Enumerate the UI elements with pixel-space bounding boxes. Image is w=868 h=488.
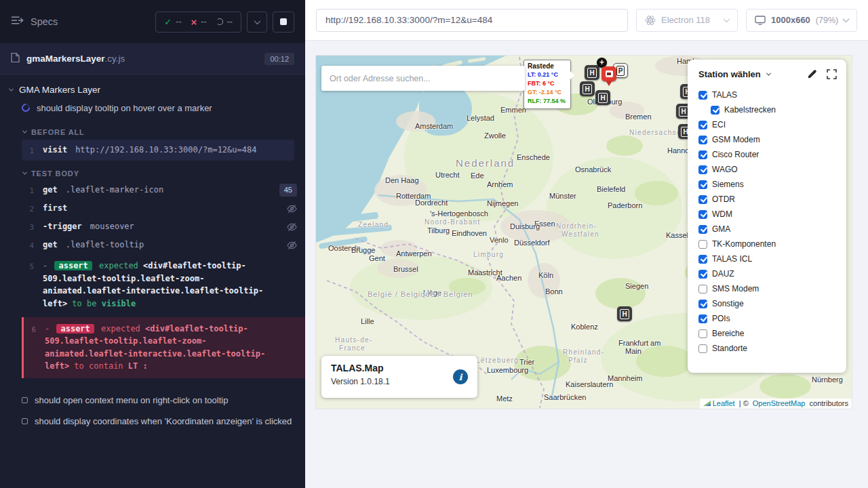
- test-body-section[interactable]: TEST BODY: [23, 169, 305, 178]
- info-icon[interactable]: i: [453, 369, 468, 384]
- command-args: .leaflet-marker-icon: [66, 185, 164, 195]
- stop-icon: [280, 18, 287, 25]
- filter-label: Standorte: [712, 344, 747, 353]
- osm-link[interactable]: OpenStreetMap: [753, 399, 806, 407]
- collapse-tests-button[interactable]: [247, 12, 267, 33]
- station-filter-item[interactable]: Cisco Router: [698, 147, 837, 162]
- assert-value: visible: [102, 299, 136, 308]
- viewport-select[interactable]: 1000x660 (79%): [746, 9, 857, 32]
- map-place-label: Nürnberg: [812, 375, 843, 384]
- station-marker[interactable]: H: [595, 90, 610, 105]
- checkbox-checked[interactable]: [698, 180, 707, 189]
- leaflet-link[interactable]: Leaflet: [713, 399, 735, 407]
- suite-gma-markers-layer[interactable]: GMA Markers Layer: [0, 79, 305, 98]
- station-filter-item[interactable]: OTDR: [698, 192, 837, 207]
- checkbox-unchecked[interactable]: [698, 285, 707, 293]
- specs-label[interactable]: Specs: [31, 16, 58, 27]
- station-filter-item[interactable]: WAGO: [698, 162, 837, 177]
- version-card: TALAS.Map Version 1.0.18.1 i: [321, 356, 477, 398]
- pending-test[interactable]: should display coordinates when 'Koordin…: [0, 411, 305, 432]
- browser-select[interactable]: Electron 118: [636, 9, 738, 32]
- assert-connector: to contain: [69, 361, 128, 371]
- checkbox-checked[interactable]: [698, 255, 707, 264]
- checkbox-checked[interactable]: [698, 136, 707, 144]
- pending-test[interactable]: should open context menu on right-click …: [0, 390, 305, 411]
- map-place-label: 's-Hertogenbosch: [430, 209, 488, 218]
- command-get[interactable]: 1get.leaflet-marker-icon45: [22, 181, 305, 199]
- map-place-label: Utrecht: [435, 171, 459, 179]
- chevron-down-icon: [766, 71, 771, 76]
- station-filter-item[interactable]: TK-Komponenten: [698, 237, 837, 251]
- command-get[interactable]: 4get.leaflet-tooltip: [22, 236, 305, 254]
- station-filter-item[interactable]: GMA: [698, 222, 837, 237]
- map-place-label: Brugge: [351, 246, 375, 254]
- checkbox-checked[interactable]: [698, 300, 707, 308]
- map-place-label: België / Belgique / Belgien: [368, 290, 473, 298]
- station-filter-item[interactable]: SMS Modem: [698, 281, 837, 296]
- test-active[interactable]: should display tooltip on hover over a m…: [0, 98, 305, 119]
- monitor-icon: [755, 16, 766, 25]
- before-all-commands: 1visithttp://192.168.10.33:3000/?m=12&u=…: [0, 140, 305, 161]
- checkbox-checked[interactable]: [698, 165, 707, 174]
- station-filter-item[interactable]: TALAS: [698, 87, 837, 102]
- station-select-dropdown[interactable]: Station wählen: [698, 69, 761, 79]
- checkbox-unchecked[interactable]: [698, 240, 707, 249]
- leaflet-map[interactable]: HamburgGroningenLeeuwardenOldenburgEmmen…: [316, 56, 852, 409]
- checkbox-checked[interactable]: [698, 195, 707, 204]
- command-assert[interactable]: 6- assert expected <div#leaflet-tooltip-…: [22, 317, 305, 378]
- map-place-label: Bielefeld: [597, 185, 625, 193]
- station-tooltip: Rastede LT: 0.21 °CFBT: 6 °CGT: -2.14 °C…: [524, 60, 571, 109]
- search-input[interactable]: [330, 74, 517, 83]
- checkbox-unchecked[interactable]: [698, 344, 707, 353]
- station-filter-item[interactable]: Sonstige: [698, 296, 837, 311]
- command-trigger[interactable]: 3-triggermouseover: [22, 218, 305, 236]
- filter-label: Siemens: [712, 180, 744, 189]
- map-place-label: Lëtzebuerg: [476, 357, 519, 364]
- checkbox-unchecked[interactable]: [698, 329, 707, 338]
- checkbox-checked[interactable]: [698, 91, 707, 100]
- station-marker[interactable]: H: [617, 306, 632, 321]
- command-log: GMA Markers Layer should display tooltip…: [0, 75, 305, 488]
- command-first[interactable]: 2first: [22, 199, 305, 218]
- checkbox-checked[interactable]: [698, 225, 707, 234]
- map-search[interactable]: [321, 66, 525, 91]
- map-place-label: Tilburg: [427, 226, 450, 235]
- station-marker[interactable]: H: [585, 65, 599, 80]
- station-filter-item[interactable]: TALAS ICL: [698, 251, 837, 266]
- station-filter-item[interactable]: GSM Modem: [698, 132, 837, 147]
- selected-station-marker[interactable]: [601, 66, 616, 81]
- station-marker[interactable]: H: [580, 81, 595, 96]
- station-filter-item[interactable]: ECI: [698, 117, 837, 132]
- filter-label: Sonstige: [712, 299, 744, 308]
- station-filter-item[interactable]: DAUZ: [698, 266, 837, 281]
- checkbox-checked[interactable]: [698, 150, 707, 159]
- command-assert[interactable]: 5- assert expected <div#leaflet-tooltip-…: [22, 257, 305, 312]
- checkbox-checked[interactable]: [698, 314, 707, 323]
- spec-name[interactable]: gmaMarkersLayer.cy.js: [26, 54, 125, 64]
- before-all-section[interactable]: BEFORE ALL: [23, 128, 305, 136]
- checkbox-checked[interactable]: [698, 270, 707, 279]
- stat-failed: ×--: [191, 17, 207, 27]
- filter-label: TALAS ICL: [712, 254, 752, 264]
- checkbox-checked[interactable]: [698, 121, 707, 129]
- station-filter-item[interactable]: WDM: [698, 207, 837, 222]
- expand-icon[interactable]: [827, 69, 837, 79]
- checkbox-checked[interactable]: [698, 210, 707, 219]
- filter-label: Cisco Router: [712, 150, 759, 159]
- command-visit[interactable]: 1visithttp://192.168.10.33:3000/?m=12&u=…: [22, 140, 294, 161]
- edit-icon[interactable]: [807, 69, 817, 79]
- stop-run-button[interactable]: [273, 12, 294, 33]
- command-text: - assert expected <div#leaflet-tooltip-5…: [43, 260, 267, 310]
- command-method: first: [43, 203, 67, 213]
- specs-list-icon[interactable]: [11, 16, 24, 28]
- station-filter-item[interactable]: Bereiche: [698, 326, 837, 341]
- spec-name-ext: .cy.js: [105, 54, 125, 64]
- filter-label: WDM: [712, 209, 732, 219]
- spec-name-base: gmaMarkersLayer: [26, 54, 105, 64]
- station-filter-item[interactable]: POIs: [698, 311, 837, 326]
- url-bar[interactable]: http://192.168.10.33:3000/?m=12&u=484: [316, 9, 628, 32]
- station-filter-item[interactable]: Standorte: [698, 341, 837, 356]
- station-filter-item[interactable]: Siemens: [698, 177, 837, 192]
- station-filter-item[interactable]: Kabelstrecken: [711, 102, 837, 117]
- checkbox-checked[interactable]: [711, 106, 719, 115]
